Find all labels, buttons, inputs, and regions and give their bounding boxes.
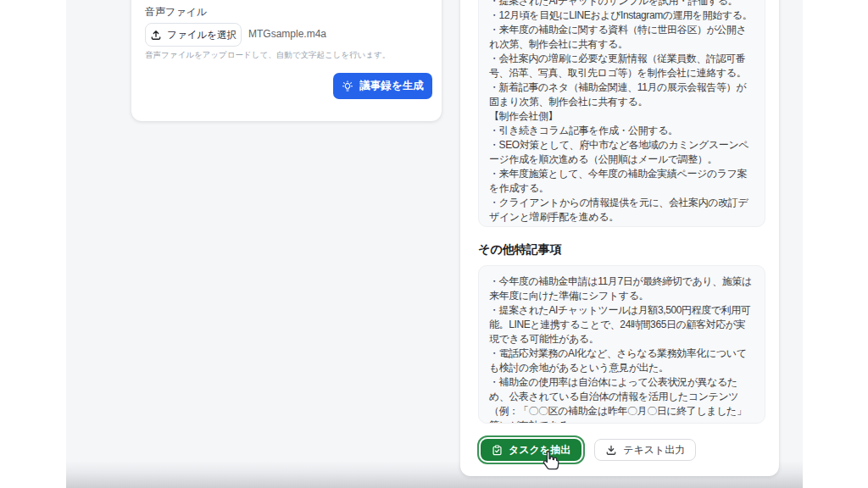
selected-file-name: MTGsample.m4a [248, 23, 326, 45]
file-select-button-label: ファイルを選択 [167, 29, 236, 42]
mouse-cursor-icon [540, 450, 560, 476]
text-item: 【制作会社側】 [489, 109, 754, 124]
text-item: ・電話応対業務のAI化など、さらなる業務効率化についても検討の余地があるという意… [489, 347, 754, 375]
generate-minutes-button-label: 議事録を生成 [359, 79, 423, 93]
text-item: ・今年度の補助金申請は11月7日が最終締切であり、施策は来年度に向けた準備にシフ… [489, 274, 754, 303]
text-output-button[interactable]: テキスト出力 [594, 439, 696, 461]
text-item: ・引き続きコラム記事を作成・公開する。 [489, 124, 754, 138]
download-icon [605, 444, 617, 456]
notes-box: ・今年度の補助金申請は11月7日が最終締切であり、施策は来年度に向けた準備にシフ… [478, 265, 765, 424]
upload-icon [150, 29, 162, 41]
text-item: ・来年度施策として、今年度の補助金実績ページのラフ案を作成する。 [489, 167, 754, 196]
text-item: ・提案されたAIチャットツールは月額3,500円程度で利用可能。LINEと連携す… [489, 303, 754, 347]
app-stage: 音声ファイル ファイルを選択 MTGsample.m4a 音声ファイルをアップロ… [0, 0, 868, 488]
audio-file-label: 音声ファイル [145, 5, 207, 19]
minutes-actions-row: タスクを抽出 テキスト出力 [481, 439, 696, 461]
generate-minutes-button[interactable]: 議事録を生成 [333, 73, 432, 99]
text-item: ・来年度の補助金に関する資料（特に世田谷区）が公開され次第、制作会社に共有する。 [489, 23, 754, 52]
bulb-icon [342, 80, 353, 92]
clipboard-check-icon [492, 445, 503, 456]
file-select-button[interactable]: ファイルを選択 [145, 23, 242, 47]
action-items-box: ・提案されたAIチャットのサンプルを試用・評価する。・12月頃を目処にLINEお… [478, 0, 765, 227]
text-item: ・クライアントからの情報提供を元に、会社案内の改訂デザインと増刷手配を進める。 [489, 196, 754, 225]
minutes-card: ・提案されたAIチャットのサンプルを試用・評価する。・12月頃を目処にLINEお… [460, 0, 779, 476]
extract-tasks-button[interactable]: タスクを抽出 [481, 439, 581, 461]
text-output-button-label: テキスト出力 [623, 443, 685, 458]
notes-section-heading: その他特記事項 [478, 242, 562, 258]
text-item: ・会社案内の増刷に必要な更新情報（従業員数、許認可番号、沿革、写真、取引先ロゴ等… [489, 52, 754, 80]
text-item: ・SEO対策として、府中市など各地域のカミングスーンページ作成を順次進める（公開… [489, 138, 754, 167]
text-item: ・新着記事のネタ（補助金関連、11月の展示会報告等）が固まり次第、制作会社に共有… [489, 80, 754, 109]
text-item: ・補助金の使用率は自治体によって公表状況が異なるため、公表されている自治体の情報… [489, 375, 754, 424]
audio-upload-card: 音声ファイル ファイルを選択 MTGsample.m4a 音声ファイルをアップロ… [131, 0, 442, 121]
upload-helper-text: 音声ファイルをアップロードして、自動で文字起こしを行います。 [145, 50, 390, 61]
text-item: ・提案されたAIチャットのサンプルを試用・評価する。 [489, 0, 754, 8]
text-item: ・12月頃を目処にLINEおよびInstagramの運用を開始する。 [489, 8, 754, 23]
